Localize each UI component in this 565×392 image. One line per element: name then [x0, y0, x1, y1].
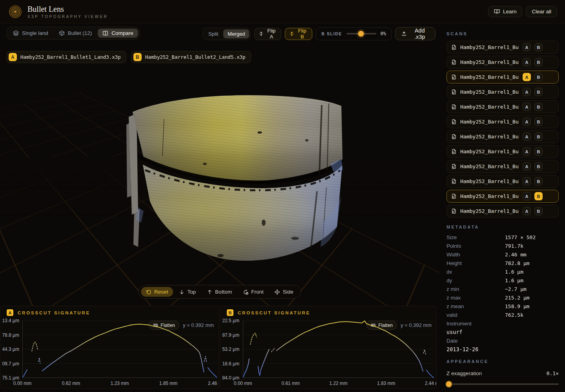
assign-b-button[interactable]: B: [534, 177, 543, 185]
arrow-down-icon: [179, 289, 185, 295]
scan-list-item[interactable]: Hamby252_Barrel1_Bull…AB: [447, 175, 559, 188]
assign-b-button[interactable]: B: [534, 103, 543, 111]
x-axis-tick: 0.61 mm: [281, 381, 300, 386]
x-axis-tick: 1.23 mm: [111, 381, 129, 386]
metadata-value: −2.7 µm: [505, 286, 527, 292]
assign-a-button[interactable]: A: [523, 192, 531, 200]
scan-list-item[interactable]: Hamby252_Barrel1_Bull…AB: [447, 145, 559, 158]
metadata-row: valid762.5k: [447, 310, 559, 319]
assign-a-button[interactable]: A: [523, 73, 531, 81]
metadata-value: 1.6 µm: [505, 278, 523, 283]
assign-a-button[interactable]: A: [523, 88, 531, 96]
topography-model: [126, 93, 344, 270]
assign-b-button[interactable]: B: [534, 132, 543, 141]
assign-a-button[interactable]: A: [523, 177, 531, 185]
assign-b-button[interactable]: B: [534, 88, 543, 96]
loaded-file-chips: A Hamby252_Barrel1_Bullet1_Land3.x3p B H…: [6, 51, 251, 63]
flip-a-label: Flip A: [266, 28, 277, 40]
metadata-row: dy1.6 µm: [447, 276, 559, 285]
y-axis-tick: 84.0 µm: [221, 375, 239, 381]
assign-b-button[interactable]: B: [534, 43, 543, 51]
top-label: Top: [188, 289, 196, 295]
scan-list-item[interactable]: Hamby252_Barrel1_Bull…AB: [447, 71, 559, 83]
add-x3p-button[interactable]: Add .x3p: [395, 27, 436, 40]
viewer-3d-canvas[interactable]: A Hamby252_Barrel1_Bullet1_Land3.x3p B H…: [0, 41, 439, 306]
file-digit-icon: [451, 208, 457, 214]
metadata-value: 2.46 mm: [505, 252, 527, 258]
assign-a-button[interactable]: A: [523, 147, 531, 156]
assign-b-button[interactable]: B: [534, 73, 543, 81]
assign-b-button[interactable]: B: [534, 207, 543, 215]
assign-b-button[interactable]: B: [534, 147, 543, 156]
metadata-value: 782.8 µm: [505, 260, 530, 266]
scan-list-item[interactable]: Hamby252_Barrel1_Bull…AB: [447, 115, 559, 128]
tab-bullet[interactable]: Bullet (12): [54, 29, 97, 38]
metadata-rows: Size1577 × 502Points791.7kWidth2.46 mmHe…: [447, 233, 559, 319]
scan-list-item[interactable]: Hamby252_Barrel1_Bull…AB: [447, 56, 559, 69]
b-slide-control: B SLIDE 0%: [316, 27, 392, 40]
tab-compare[interactable]: Compare: [98, 29, 138, 38]
metadata-label: valid: [447, 312, 505, 318]
flip-b-button[interactable]: Flip B: [285, 28, 312, 40]
scan-list-item[interactable]: Hamby252_Barrel1_Bull…AB: [447, 205, 559, 218]
profile-line: [258, 349, 269, 375]
front-view-button[interactable]: Front: [238, 287, 269, 297]
x-axis-tick: 2.46 mm: [208, 381, 219, 386]
assign-b-button[interactable]: B: [534, 162, 543, 171]
scan-list-item[interactable]: Hamby252_Barrel1_Bull…AB: [447, 100, 559, 113]
crosscut-plot[interactable]: [22, 321, 217, 378]
metadata-label: dy: [447, 278, 505, 283]
bottom-view-button[interactable]: Bottom: [202, 287, 237, 297]
badge-a: A: [9, 53, 17, 61]
top-view-button[interactable]: Top: [174, 287, 201, 297]
crosscut-plot[interactable]: [243, 321, 434, 378]
file-chip-b[interactable]: B Hamby252_Barrel1_Bullet2_Land5.x3p: [131, 51, 251, 63]
split-option[interactable]: Split: [204, 29, 222, 38]
assign-a-button[interactable]: A: [523, 43, 531, 51]
metadata-row: z mean158.9 µm: [447, 302, 559, 310]
metadata-value: 791.7k: [505, 243, 523, 249]
metadata-value: usurf: [447, 328, 559, 336]
assign-b-button[interactable]: B: [534, 58, 543, 66]
assign-a-button[interactable]: A: [523, 132, 531, 141]
reset-view-button[interactable]: Reset: [141, 287, 173, 297]
clear-all-button[interactable]: Clear all: [526, 6, 557, 17]
file-digit-icon: [451, 149, 457, 154]
side-view-button[interactable]: Side: [270, 287, 299, 297]
crosscut-chart-b: B CROSSCUT SIGNATURE Flatten y = 0.392 m…: [220, 306, 437, 389]
scan-name: Hamby252_Barrel1_Bull…: [460, 89, 519, 95]
scan-name: Hamby252_Barrel1_Bull…: [460, 74, 519, 80]
x-axis-tick: 1.85 mm: [159, 381, 178, 386]
scan-list-item[interactable]: Hamby252_Barrel1_Bull…AB: [447, 130, 559, 143]
assign-a-button[interactable]: A: [523, 118, 531, 126]
b-slide-thumb[interactable]: [358, 31, 364, 37]
assign-b-button[interactable]: B: [534, 118, 543, 126]
scan-name: Hamby252_Barrel1_Bull…: [460, 134, 519, 140]
assign-a-button[interactable]: A: [523, 58, 531, 66]
rotate-3d-icon: [243, 289, 248, 295]
z-exaggeration-thumb[interactable]: [445, 381, 452, 388]
scan-list-item[interactable]: Hamby252_Barrel1_Bull…AB: [447, 85, 559, 98]
scan-name: Hamby252_Barrel1_Bull…: [460, 119, 519, 125]
scan-list-item[interactable]: Hamby252_Barrel1_Bull…AB: [447, 190, 559, 203]
assign-b-button[interactable]: B: [534, 192, 543, 200]
metadata-row: dx1.6 µm: [447, 267, 559, 276]
file-chip-a[interactable]: A Hamby252_Barrel1_Bullet1_Land3.x3p: [6, 51, 126, 63]
assign-a-button[interactable]: A: [523, 162, 531, 171]
x-axis-tick: 1.83 mm: [377, 381, 396, 386]
scan-list-item[interactable]: Hamby252_Barrel1_Bull…AB: [447, 160, 559, 173]
learn-button[interactable]: Learn: [488, 6, 523, 17]
assign-a-button[interactable]: A: [523, 103, 531, 111]
z-exaggeration-slider[interactable]: [447, 383, 559, 385]
metadata-row: z min−2.7 µm: [447, 285, 559, 293]
profile-line: [423, 350, 426, 354]
b-slide-slider[interactable]: [346, 33, 376, 34]
metadata-section: METADATA Size1577 × 502Points791.7kWidth…: [447, 225, 559, 354]
assign-a-button[interactable]: A: [523, 207, 531, 215]
tab-single-land[interactable]: Single land: [8, 29, 53, 38]
metadata-value: 2013-12-26: [447, 345, 559, 354]
flip-a-button[interactable]: Flip A: [254, 28, 281, 40]
x-axis-tick: 0.62 mm: [62, 381, 80, 386]
scan-list-item[interactable]: Hamby252_Barrel1_Bull…AB: [447, 41, 559, 54]
merged-option[interactable]: Merged: [223, 29, 249, 38]
